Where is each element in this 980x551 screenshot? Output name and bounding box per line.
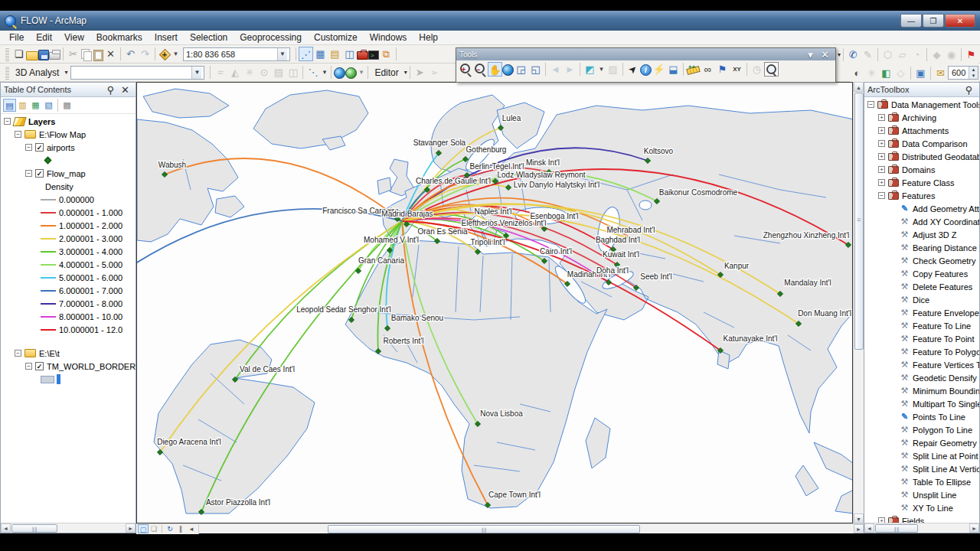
add-data-dropdown-icon[interactable]: ▾ xyxy=(172,47,180,61)
print-icon[interactable] xyxy=(49,52,60,60)
point-symbol-icon[interactable] xyxy=(44,157,52,165)
tool-xy-to-line[interactable]: ⚒XY To Line xyxy=(864,501,979,514)
scale-dropdown-icon[interactable]: ▼ xyxy=(277,48,287,60)
collapse-icon[interactable]: − xyxy=(25,170,32,177)
tool-dice[interactable]: ⚒Dice xyxy=(864,293,979,306)
close-button[interactable]: ✕ xyxy=(945,14,975,28)
legend-row[interactable]: 10.000001 - 12.0 xyxy=(1,323,136,336)
arcglobe-icon[interactable] xyxy=(334,67,345,79)
identify-icon[interactable] xyxy=(640,64,652,76)
toolbar-grip[interactable] xyxy=(5,66,9,80)
close-panel-icon[interactable]: ✕ xyxy=(118,83,132,97)
undo-icon[interactable]: ↶ xyxy=(123,47,138,61)
scale-combo[interactable]: 1:80 836 658 ▼ xyxy=(183,47,290,61)
spinner-steppers[interactable]: ▲▼ xyxy=(969,67,978,79)
full-extent-icon[interactable] xyxy=(502,64,514,76)
map-canvas[interactable]: WabushLuleaStavanger SolaGothenburgKolts… xyxy=(136,82,853,523)
georeferencing-icon[interactable]: ✆ xyxy=(846,47,861,62)
tool-add-xy-coordinates[interactable]: ⚒Add XY Coordinates xyxy=(864,215,979,228)
expand-icon[interactable]: + xyxy=(878,140,885,147)
find-route-icon[interactable]: ⚑ xyxy=(715,62,730,77)
expand-icon[interactable]: + xyxy=(878,166,885,173)
pin-icon[interactable]: ⚲ xyxy=(962,83,976,97)
catalog-icon[interactable]: ▤ xyxy=(328,47,342,61)
minimize-button[interactable]: — xyxy=(900,14,922,28)
toc-item-flow-group[interactable]: − E:\Flow Map xyxy=(1,128,136,141)
analyst-combo-dropdown-icon[interactable]: ▼ xyxy=(191,67,201,79)
tool-points-to-line[interactable]: ✎Points To Line xyxy=(864,410,979,423)
borders-symbol-row[interactable] xyxy=(1,373,136,386)
map-hscrollbar[interactable]: ▢❏↻∥◂ ► xyxy=(136,523,864,533)
flag-icon[interactable]: ⚑ xyxy=(964,47,978,62)
toolset-data-comparison[interactable]: +Data Comparison xyxy=(864,137,979,150)
edit-arrow-outline-icon[interactable]: ➢ xyxy=(427,65,442,80)
toc-item-world-borders[interactable]: − ✓ TM_WORLD_BORDERS-0.3 xyxy=(1,360,136,373)
analyst-menu[interactable]: 3D Analyst xyxy=(11,67,63,78)
swipe-layer-icon[interactable]: ◧ xyxy=(879,66,893,80)
map-vscrollbar[interactable]: ▲ ▼ xyxy=(853,82,864,523)
polygon-symbol-icon[interactable] xyxy=(41,376,54,383)
toolset-attachments[interactable]: +Attachments xyxy=(864,124,979,137)
toc-hscrollbar[interactable]: ◄ ► xyxy=(1,523,136,533)
collapse-icon[interactable]: − xyxy=(867,101,874,108)
contrast-icon[interactable]: ◐ xyxy=(850,66,864,80)
scene-dropdown-icon[interactable]: ▾ xyxy=(357,65,365,80)
editor-menu[interactable]: Editor xyxy=(371,67,402,78)
analyst-dropdown-icon[interactable]: ▾ xyxy=(64,69,67,76)
pause-drawing-icon[interactable]: ∥ xyxy=(175,524,186,533)
menu-customize[interactable]: Customize xyxy=(308,31,364,44)
legend-row[interactable]: 0.000000 xyxy=(1,193,136,206)
expand-icon[interactable]: + xyxy=(878,127,885,134)
tool-add-geometry-attributes[interactable]: ✎Add Geometry Attributes xyxy=(864,202,979,215)
toc-item-airports[interactable]: − ✓ airports xyxy=(1,141,136,154)
arctoolbox-hscrollbar[interactable]: ◄ ► xyxy=(864,523,979,533)
list-by-drawing-order-icon[interactable]: ▤ xyxy=(3,99,16,112)
select-features-icon[interactable]: ◩ xyxy=(583,62,597,77)
transparency-spinner[interactable]: 600 ▲▼ xyxy=(948,66,978,80)
restore-button[interactable]: ❐ xyxy=(923,14,944,28)
tool-feature-to-line[interactable]: ⚒Feature To Line xyxy=(864,319,979,332)
collapse-icon[interactable]: − xyxy=(25,144,32,151)
toolbar-grip[interactable] xyxy=(5,47,9,61)
tool-bearing-distance-to-line[interactable]: ⚒Bearing Distance To Line xyxy=(864,241,979,254)
airports-checkbox[interactable]: ✓ xyxy=(35,143,44,152)
airports-symbol-row[interactable] xyxy=(1,154,136,167)
legend-row[interactable]: 3.000001 - 4.000 xyxy=(1,245,136,258)
list-by-visibility-icon[interactable]: ▦ xyxy=(29,99,42,112)
expand-icon[interactable]: + xyxy=(878,517,885,523)
layout-view-icon[interactable]: ❏ xyxy=(149,524,159,533)
save-icon[interactable] xyxy=(38,50,49,60)
effects-icon[interactable]: ✉ xyxy=(933,66,948,80)
toolset-domains[interactable]: +Domains xyxy=(864,163,979,176)
toc-item-layers[interactable]: − Layers xyxy=(1,115,136,128)
menu-bookmarks[interactable]: Bookmarks xyxy=(90,31,149,44)
collapse-icon[interactable]: − xyxy=(878,192,885,199)
python-window-icon[interactable] xyxy=(368,51,379,60)
pan-icon[interactable]: ✋ xyxy=(488,62,502,77)
scroll-right-icon[interactable]: ► xyxy=(854,524,864,533)
zoom-in-icon[interactable]: + xyxy=(459,62,473,77)
scroll-up-icon[interactable]: ▲ xyxy=(854,82,864,92)
tool-check-geometry[interactable]: ⚒Check Geometry xyxy=(864,254,979,267)
tool-split-line-at-vertices[interactable]: ⚒Split Line At Vertices xyxy=(864,462,979,475)
menu-view[interactable]: View xyxy=(58,31,90,44)
scroll-left-edge-icon[interactable]: ◂ xyxy=(186,524,197,533)
delete-icon[interactable]: ✕ xyxy=(103,47,118,61)
fixed-zoom-out-icon[interactable]: ◱ xyxy=(528,62,543,77)
find-icon[interactable]: ∞ xyxy=(701,62,715,77)
toolset-features[interactable]: −Features xyxy=(864,189,979,202)
catalog-window-icon[interactable]: ◫ xyxy=(342,47,357,61)
tool-table-to-ellipse[interactable]: ⚒Table To Ellipse xyxy=(864,475,979,488)
tool-adjust-3d-z[interactable]: ⚒Adjust 3D Z xyxy=(864,228,979,241)
toolset-feature-class[interactable]: +Feature Class xyxy=(864,176,979,189)
arcscene-icon[interactable] xyxy=(345,67,357,79)
collapse-icon[interactable]: − xyxy=(15,131,21,138)
expand-icon[interactable]: + xyxy=(878,179,885,186)
new-document-icon[interactable]: ❏ xyxy=(11,47,26,61)
scroll-down-icon[interactable]: ▼ xyxy=(854,514,864,523)
contour-tool-icon[interactable]: ⋱ xyxy=(305,65,320,80)
modelbuilder-icon[interactable]: ⧉ xyxy=(379,47,394,61)
analyst-layer-combo[interactable]: ▼ xyxy=(70,66,204,80)
edit-arrow-icon[interactable]: ➤ xyxy=(413,65,427,80)
vscroll-thumb[interactable] xyxy=(854,93,864,350)
